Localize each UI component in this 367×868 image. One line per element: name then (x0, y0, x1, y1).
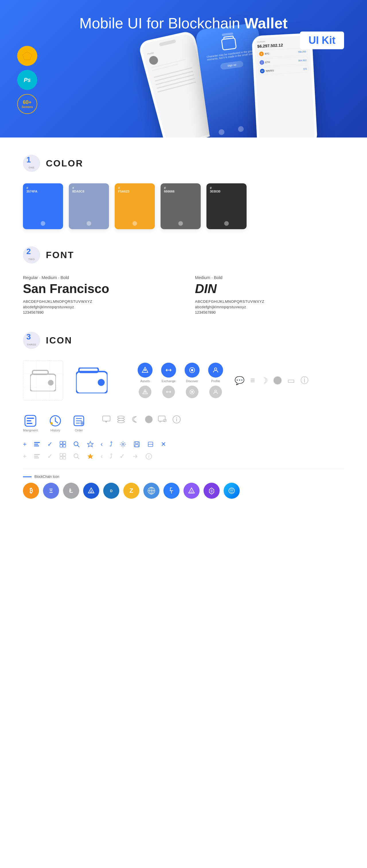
chat-icon-gray (158, 415, 167, 424)
layers-icon-gray (116, 415, 125, 424)
assets-icon-col: Assets (138, 363, 152, 398)
history-icon (49, 415, 61, 427)
profile-icon-item-blue: Profile (208, 363, 223, 383)
moon-icon: ☽ (261, 376, 268, 385)
message-icon-gray (102, 415, 111, 424)
profile-label: Profile (211, 379, 220, 383)
svg-marker-89 (210, 489, 213, 493)
other-icon (224, 483, 240, 499)
svg-rect-68 (63, 454, 66, 456)
algo-icon (184, 483, 200, 499)
save-icon (133, 441, 140, 448)
color-dot (133, 221, 137, 226)
svg-rect-43 (158, 416, 165, 421)
misc-icons: 💬 ≡ ☽ ▭ ⓘ (234, 375, 309, 386)
svg-rect-52 (63, 441, 66, 444)
tezos-icon (163, 483, 179, 499)
search-icon (73, 441, 80, 448)
color-section-header: 1 ONE COLOR (23, 155, 344, 172)
left-badges: Ps 60+ Screens (17, 46, 37, 114)
svg-point-21 (191, 391, 193, 393)
share-icon: ⤴ (110, 441, 113, 448)
svg-point-15 (144, 391, 146, 393)
management-icon-item: Mangment (23, 415, 38, 432)
svg-rect-48 (34, 442, 40, 443)
waves-icon (83, 483, 99, 499)
svg-rect-10 (79, 368, 98, 372)
btc-icon: ₿ (23, 483, 39, 499)
grid-icon (59, 441, 66, 448)
color-section-title: COLOR (46, 158, 83, 169)
svg-rect-69 (60, 457, 62, 459)
svg-point-42 (117, 421, 124, 423)
small-icons-blue-row: + ✓ ‹ ⤴ ✕ (23, 441, 344, 448)
svg-rect-26 (27, 420, 31, 422)
font-name-din: DIN (195, 282, 344, 296)
divider (23, 469, 344, 469)
color-dot (87, 221, 91, 226)
crypto-icons-row: ₿ Ξ Ł D Z (23, 483, 344, 499)
discover-icon-col: Discover (185, 363, 200, 398)
exchange-icon-col: Exchange (161, 363, 176, 398)
assets-icon-item-blue: Assets (138, 363, 152, 383)
svg-marker-73 (87, 454, 93, 459)
profile-icon-col: Profile (208, 363, 223, 398)
icon-section: 3 THREE ICON (23, 332, 344, 499)
font-section: 2 TWO FONT Regular · Medium · Bold San F… (23, 246, 344, 314)
circle-icon (274, 376, 282, 384)
profile-icon-gray (209, 385, 222, 398)
color-dot (41, 221, 45, 226)
svg-point-40 (117, 416, 124, 418)
font-san-francisco: Regular · Medium · Bold San Francisco AB… (23, 275, 172, 314)
svg-point-71 (74, 454, 78, 458)
zcash-icon: Z (123, 483, 139, 499)
svg-point-19 (191, 369, 193, 371)
svg-point-77 (148, 455, 149, 456)
svg-rect-53 (60, 444, 62, 447)
svg-point-41 (117, 418, 124, 421)
screens-badge: 60+ Screens (17, 94, 37, 114)
svg-rect-51 (60, 441, 62, 444)
svg-point-58 (122, 443, 124, 445)
share-icon-gray: ⤴ (110, 453, 113, 460)
chat-icon: ▭ (287, 376, 295, 385)
svg-line-30 (55, 421, 58, 423)
font-name-sf: San Francisco (23, 282, 172, 296)
font-din: Medium · Bold DIN ABCDEFGHIJKLMNOPQRSTUV… (195, 275, 344, 314)
blockchain-text: BlockChain Icon (34, 475, 59, 479)
discover-icon-item-blue: Discover (185, 363, 200, 383)
font-uppercase-din: ABCDEFGHIJKLMNOPQRSTUVWXYZ (195, 299, 344, 304)
svg-point-11 (98, 379, 105, 386)
font-style-label-din: Medium · Bold (195, 275, 344, 280)
svg-rect-50 (34, 445, 39, 446)
svg-rect-60 (135, 442, 138, 444)
svg-point-8 (48, 380, 54, 385)
top-icon-row: Assets Exchange (23, 361, 344, 401)
discover-label: Discover (186, 379, 198, 383)
svg-rect-54 (63, 444, 66, 447)
ps-badge: Ps (17, 70, 37, 90)
svg-rect-64 (34, 454, 40, 455)
color-blue: #3574FA (23, 183, 63, 229)
font-lowercase-din: abcdefghijklmnopqrstuvwxyz (195, 305, 344, 309)
order-icon (73, 415, 85, 427)
check-icon-gray: ✓ (47, 453, 53, 460)
back-icon-gray: ‹ (101, 453, 103, 460)
resize-icon (147, 441, 154, 448)
forward-icon-gray (132, 453, 139, 460)
info-icon-gray (172, 415, 181, 424)
blockchain-label-row: BlockChain Icon (23, 475, 344, 479)
discover-icon-gray (186, 385, 198, 398)
svg-rect-70 (63, 457, 66, 459)
eth-icon: Ξ (43, 483, 59, 499)
bottom-icons-row: Mangment History (23, 415, 344, 432)
matic-icon (204, 483, 220, 499)
section-1-badge: 1 ONE (23, 155, 40, 172)
search-icon-gray (73, 453, 80, 460)
font-numbers: 1234567890 (23, 310, 172, 314)
profile-icon-blue (208, 363, 223, 378)
svg-text:D: D (110, 489, 113, 493)
grid-icon-gray (59, 453, 66, 460)
svg-rect-65 (34, 456, 38, 457)
management-label: Mangment (23, 429, 38, 432)
